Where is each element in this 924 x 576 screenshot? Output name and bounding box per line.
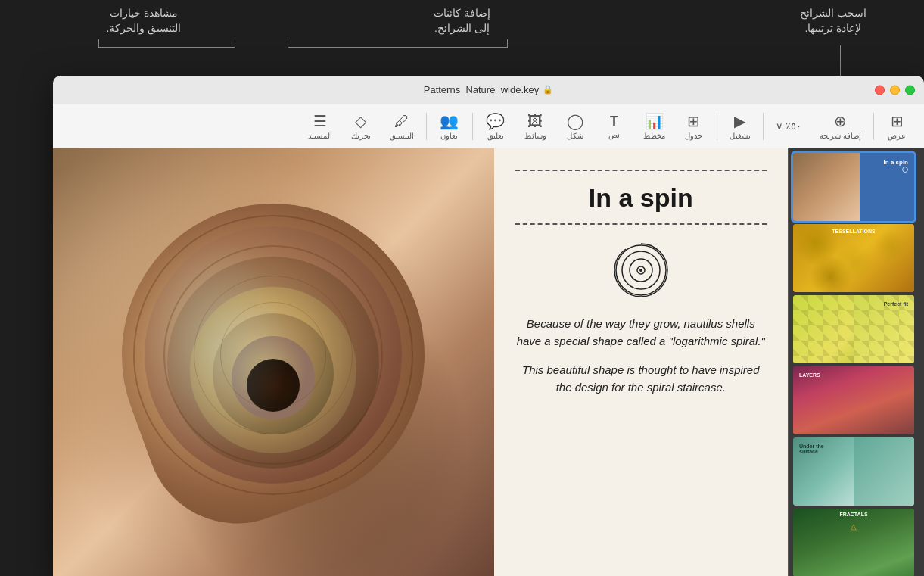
slide-body-text-2: This beautiful shape is thought to have … [515, 362, 767, 396]
toolbar-document[interactable]: ☰ المستند [299, 109, 341, 143]
toolbar-play[interactable]: ▶ تشغيل [720, 109, 760, 143]
drag-slides-annotation: اسحب الشرائح لإعادة ترتيبها. [758, 6, 909, 36]
slide-thumb-7[interactable]: LAYERS [793, 366, 914, 434]
slide-canvas[interactable]: In a spin Because of the way they grow, … [53, 148, 788, 576]
toolbar-divider-2 [763, 113, 764, 140]
slide-number-6: ٦ [921, 325, 924, 334]
shape-icon: ◯ [567, 112, 583, 130]
window-controls [875, 85, 915, 95]
toolbar-animate[interactable]: ◇ تحريك [341, 109, 381, 143]
add-objects-bracket [288, 47, 507, 48]
slide-thumb-6[interactable]: Perfect fit [793, 295, 914, 363]
add-objects-line-right [507, 39, 508, 48]
slide-4-label: In a spin◯ [884, 159, 908, 173]
slide-thumb-9[interactable]: FRACTALS △ [793, 509, 914, 576]
format-animation-annotation: مشاهدة خيارات التنسيق والحركة. [68, 6, 219, 36]
add-objects-line-left [288, 39, 288, 48]
slide-content: In a spin Because of the way they grow, … [53, 148, 788, 576]
toolbar-collaborate[interactable]: 👥 تعاون [430, 109, 469, 143]
close-button[interactable] [875, 85, 885, 95]
slide-number-8: ٨ [921, 468, 924, 476]
slide-4-image [793, 153, 860, 221]
slide-thumb-container-7: LAYERS ٧ [793, 366, 919, 434]
slide-thumb-container-9: FRACTALS △ ٩ [793, 509, 919, 576]
animate-icon: ◇ [355, 112, 366, 130]
slide-6-label: Perfect fit [884, 301, 908, 307]
play-icon: ▶ [734, 112, 745, 130]
title-bar-title: Patterns_Nature_wide.key 🔒 [424, 84, 553, 95]
bottom-dotted-rule [515, 223, 767, 225]
text-icon: T [610, 114, 618, 129]
slide-number-5: ٥ [921, 254, 924, 263]
view-icon: ⊞ [891, 112, 904, 130]
slide-number-7: ٧ [921, 397, 924, 405]
slide-thumb-container-6: Perfect fit ٦ [793, 295, 919, 363]
annotation-area: اسحب الشرائح لإعادة ترتيبها. إضافة كائنا… [0, 0, 924, 76]
toolbar-add-slide[interactable]: ⊕ إضافة شريحة [810, 109, 870, 143]
format-bracket [98, 47, 235, 48]
toolbar-comment[interactable]: 💬 تعليق [476, 109, 515, 143]
slide-thumb-5[interactable]: TESSELLATIONS [793, 224, 914, 292]
document-icon: ☰ [313, 112, 327, 130]
slide-7-label: LAYERS [799, 372, 820, 378]
comment-icon: 💬 [486, 112, 505, 130]
toolbar-divider-5 [426, 113, 427, 140]
add-slide-icon: ⊕ [834, 112, 847, 130]
media-icon: 🖼 [527, 113, 543, 130]
toolbar-media[interactable]: 🖼 وسائط [515, 110, 555, 143]
shell-image-area [53, 148, 494, 576]
toolbar-chart[interactable]: 📊 مخطط [634, 109, 674, 143]
keynote-window: Patterns_Nature_wide.key 🔒 ⊞ عرض ⊕ إضافة… [53, 76, 924, 576]
slide-8-label: Under thesurface [799, 444, 824, 454]
spiral-graphic [611, 240, 671, 300]
slide-body-text-1: Because of the way they grow, nautilus s… [515, 316, 767, 350]
chart-icon: 📊 [645, 112, 664, 130]
format-icon: 🖊 [394, 113, 409, 130]
slide-number-9: ٩ [921, 539, 924, 547]
toolbar-view[interactable]: ⊞ عرض [877, 109, 916, 143]
slide-text-panel: In a spin Because of the way they grow, … [494, 148, 788, 576]
slide-title: In a spin [589, 183, 693, 213]
toolbar-divider-4 [472, 113, 473, 140]
slide-5-label: TESSELLATIONS [832, 229, 875, 234]
collaborate-icon: 👥 [440, 112, 459, 130]
minimize-button[interactable] [890, 85, 900, 95]
slide-panel: In a spin◯ ٤ TESSELLATIONS ٥ [788, 148, 924, 576]
format-line-right [235, 39, 235, 48]
toolbar-zoom[interactable]: ٥٠٪ ∨ [767, 117, 811, 135]
lock-icon: 🔒 [543, 85, 553, 95]
add-objects-annotation: إضافة كائنات إلى الشرائح. [379, 6, 546, 36]
toolbar-divider-3 [717, 113, 717, 140]
top-dotted-rule [515, 170, 767, 171]
toolbar-shape[interactable]: ◯ شكل [555, 109, 595, 143]
window-title: Patterns_Nature_wide.key [424, 84, 539, 95]
toolbar-text[interactable]: T نص [595, 111, 634, 142]
slide-number-4: ٤ [921, 183, 924, 191]
slide-thumb-container-4: In a spin◯ ٤ [793, 153, 919, 221]
toolbar-divider-1 [873, 113, 874, 140]
format-line-left [98, 39, 99, 48]
svg-point-0 [639, 269, 642, 272]
slide-9-label: FRACTALS [839, 512, 867, 517]
title-bar: Patterns_Nature_wide.key 🔒 [53, 76, 924, 104]
toolbar-table[interactable]: ⊞ جدول [674, 109, 714, 143]
main-area: In a spin Because of the way they grow, … [53, 148, 924, 576]
slide-thumb-container-8: Under thesurface ٨ [793, 437, 919, 506]
toolbar-format[interactable]: 🖊 التنسيق [381, 110, 423, 143]
slide-thumb-8[interactable]: Under thesurface [793, 437, 914, 506]
slide-thumb-4[interactable]: In a spin◯ [793, 153, 914, 221]
table-icon: ⊞ [687, 112, 700, 130]
slide-thumb-container-5: TESSELLATIONS ٥ [793, 224, 919, 292]
toolbar: ⊞ عرض ⊕ إضافة شريحة ٥٠٪ ∨ ▶ تشغيل ⊞ جدول… [53, 104, 924, 148]
maximize-button[interactable] [905, 85, 915, 95]
